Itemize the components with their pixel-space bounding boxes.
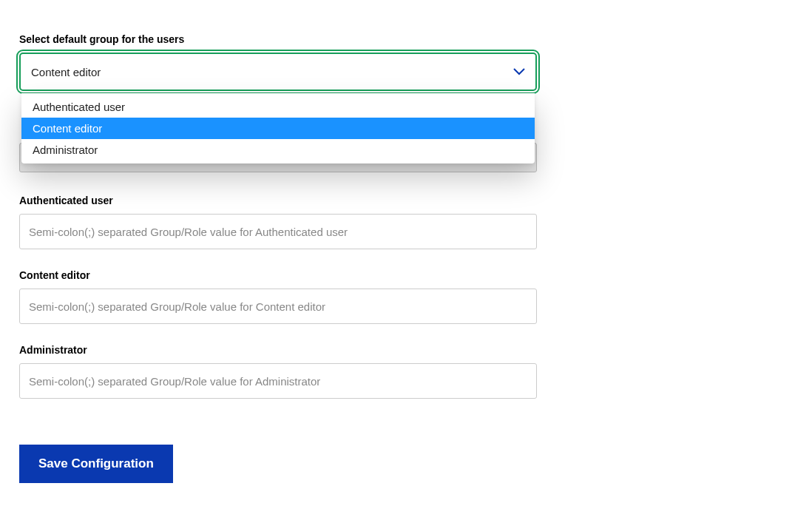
dropdown-option-administrator[interactable]: Administrator [21, 139, 535, 161]
content-editor-input[interactable] [19, 289, 537, 324]
administrator-label: Administrator [19, 344, 537, 356]
default-group-label: Select default group for the users [19, 33, 537, 45]
dropdown-option-content-editor[interactable]: Content editor [21, 118, 535, 139]
select-value: Content editor [31, 66, 101, 78]
authenticated-user-label: Authenticated user [19, 195, 537, 206]
administrator-input[interactable] [19, 363, 537, 399]
dropdown-list: Authenticated user Content editor Admini… [21, 93, 535, 163]
authenticated-user-input[interactable] [19, 214, 537, 249]
chevron-down-icon [513, 68, 525, 75]
default-group-select[interactable]: Content editor [19, 53, 537, 91]
dropdown-option-authenticated[interactable]: Authenticated user [21, 96, 535, 118]
content-editor-label: Content editor [19, 269, 537, 281]
save-configuration-button[interactable]: Save Configuration [19, 445, 173, 483]
